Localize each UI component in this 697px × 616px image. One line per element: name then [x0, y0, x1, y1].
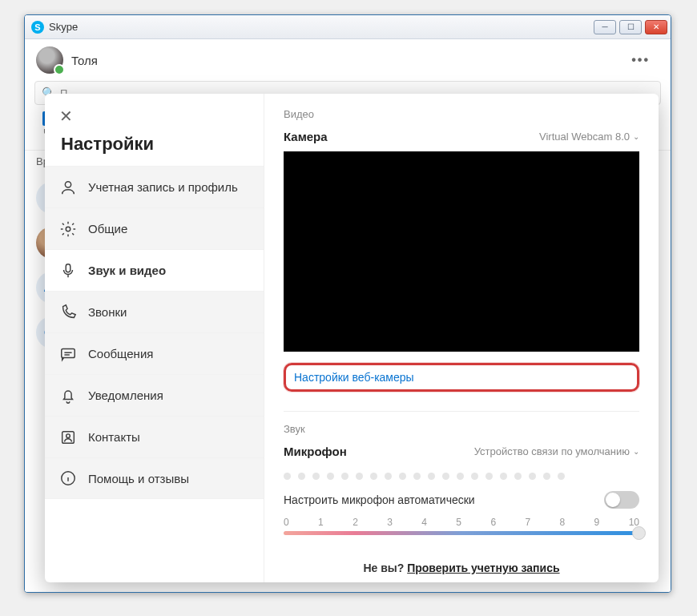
mic-level-meter [284, 466, 639, 491]
username-label: Толя [71, 54, 626, 67]
mic-dropdown[interactable]: Устройство связи по умолчанию ⌄ [474, 445, 639, 457]
svg-point-1 [66, 227, 71, 232]
audio-section-label: Звук [284, 423, 639, 435]
camera-dropdown[interactable]: Virtual Webcam 8.0 ⌄ [539, 131, 639, 143]
info-icon [59, 469, 77, 487]
titlebar: S Skype ─ ☐ ✕ [25, 15, 671, 39]
phone-icon [59, 304, 77, 321]
settings-title: Настройки [45, 131, 264, 166]
close-button[interactable]: ✕ [645, 20, 667, 34]
divider [284, 411, 639, 412]
webcam-settings-link[interactable]: Настройки веб-камеры [294, 371, 414, 384]
user-avatar[interactable] [36, 46, 63, 74]
person-icon [59, 179, 77, 196]
bell-icon [59, 387, 77, 405]
message-icon [59, 345, 77, 363]
window-buttons: ─ ☐ ✕ [594, 20, 667, 34]
more-menu-button[interactable]: ••• [626, 48, 655, 72]
nav-audio-video[interactable]: Звук и видео [45, 249, 264, 291]
video-section-label: Видео [284, 108, 639, 120]
contacts-icon [59, 429, 77, 446]
skype-logo-icon: S [31, 21, 44, 34]
svg-point-5 [66, 433, 71, 437]
settings-panel: Видео Камера Virtual Webcam 8.0 ⌄ Настро… [264, 94, 659, 582]
camera-preview [284, 151, 639, 352]
svg-rect-3 [62, 348, 75, 357]
nav-messages[interactable]: Сообщения [45, 332, 264, 374]
mic-label: Микрофон [284, 445, 347, 458]
svg-point-0 [65, 181, 71, 187]
camera-label: Камера [284, 130, 328, 143]
microphone-icon [59, 262, 77, 280]
nav-notifications[interactable]: Уведомления [45, 374, 264, 416]
nav-general[interactable]: Общие [45, 207, 264, 249]
slider-thumb[interactable] [632, 526, 646, 540]
footer-text: Не вы? Проверить учетную запись [284, 555, 639, 574]
nav-account[interactable]: Учетная запись и профиль [45, 166, 264, 207]
app-window: S Skype ─ ☐ ✕ Толя ••• 🔍 П Чат Время [24, 14, 671, 593]
slider-track [284, 531, 639, 535]
nav-help[interactable]: Помощь и отзывы [45, 457, 264, 499]
mic-volume-slider[interactable]: 01 23 45 67 89 10 [284, 517, 639, 546]
webcam-settings-highlight: Настройки веб-камеры [284, 363, 639, 392]
nav-contacts[interactable]: Контакты [45, 416, 264, 457]
slider-labels: 01 23 45 67 89 10 [284, 517, 639, 528]
nav-calls[interactable]: Звонки [45, 291, 264, 332]
app-body: Толя ••• 🔍 П Чат Время PB AO GE ✕ [25, 39, 671, 592]
minimize-button[interactable]: ─ [594, 20, 616, 34]
chevron-down-icon: ⌄ [633, 447, 639, 456]
maximize-button[interactable]: ☐ [619, 20, 642, 34]
window-title: Skype [49, 21, 594, 33]
app-header: Толя ••• [25, 39, 671, 81]
settings-sidebar: ✕ Настройки Учетная запись и профиль Общ… [45, 94, 264, 582]
auto-mic-toggle[interactable] [604, 491, 639, 509]
settings-modal: ✕ Настройки Учетная запись и профиль Общ… [45, 94, 659, 582]
chevron-down-icon: ⌄ [633, 132, 639, 141]
close-settings-button[interactable]: ✕ [45, 103, 264, 131]
svg-rect-2 [66, 264, 71, 272]
verify-account-link[interactable]: Проверить учетную запись [407, 562, 559, 574]
gear-icon [59, 220, 77, 238]
auto-mic-label: Настроить микрофон автоматически [284, 493, 475, 506]
